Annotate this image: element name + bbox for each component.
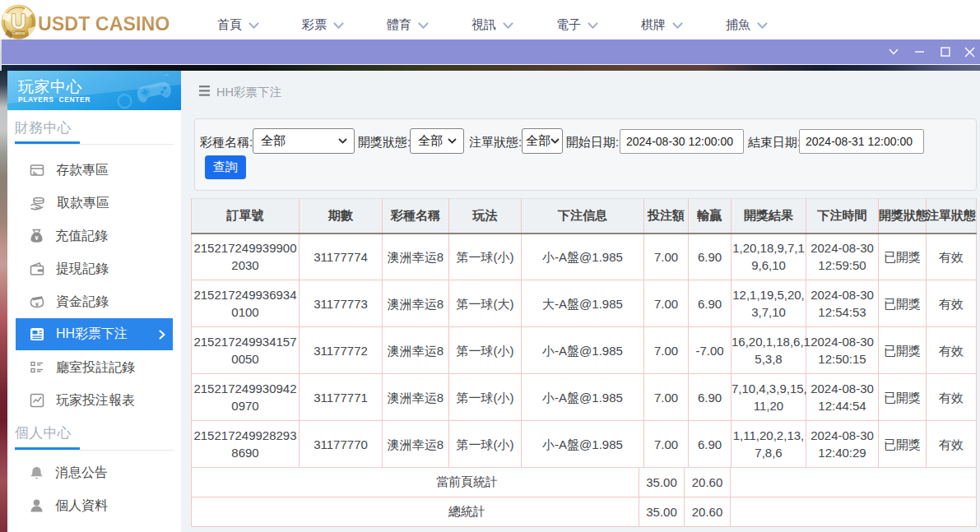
svg-text:U: U [11,10,26,33]
svg-text:¥: ¥ [35,234,39,242]
svg-text:¥: ¥ [35,301,39,308]
svg-text:Casino: Casino [12,30,26,35]
